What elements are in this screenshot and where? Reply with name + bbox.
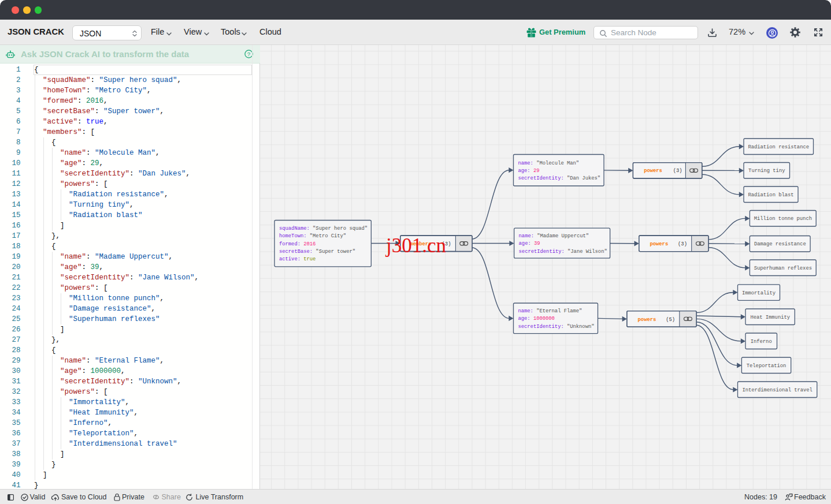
svg-text:name: "Molecule Man": name: "Molecule Man" (518, 160, 580, 166)
svg-text:powers: powers (638, 317, 656, 323)
svg-text:Teleportation: Teleportation (747, 363, 787, 369)
svg-text:Million tonne punch: Million tonne punch (754, 216, 812, 222)
svg-text:secretIdentity: "Dan Jukes": secretIdentity: "Dan Jukes" (518, 176, 601, 181)
svg-text:powers: powers (650, 241, 669, 247)
svg-text:secretBase: "Super tower": secretBase: "Super tower" (279, 249, 355, 255)
svg-text:squadName: "Super hero squad": squadName: "Super hero squad" (279, 226, 368, 232)
svg-text:powers: powers (644, 168, 662, 174)
svg-text:secretIdentity: "Jane Wilson": secretIdentity: "Jane Wilson" (519, 249, 607, 255)
svg-text:secretIdentity: "Unknown": secretIdentity: "Unknown" (518, 324, 595, 330)
svg-text:homeTown: "Metro City": homeTown: "Metro City" (279, 233, 346, 239)
svg-text:age: 39: age: 39 (519, 241, 540, 247)
svg-text:Immortality: Immortality (742, 290, 776, 296)
svg-text:Radiation resistance: Radiation resistance (748, 144, 809, 150)
svg-text:age: 29: age: 29 (518, 168, 540, 174)
svg-text:age: 1000000: age: 1000000 (518, 316, 555, 322)
svg-text:Superhuman reflexes: Superhuman reflexes (754, 266, 812, 271)
svg-text:active: true: active: true (279, 256, 316, 262)
svg-text:Radiation blast: Radiation blast (748, 192, 793, 198)
svg-text:(3): (3) (678, 241, 687, 247)
svg-text:Inferno: Inferno (751, 339, 772, 345)
svg-text:(5): (5) (666, 317, 675, 323)
svg-text:Interdimensional travel: Interdimensional travel (742, 387, 812, 393)
svg-text:(3): (3) (673, 168, 682, 174)
svg-text:name: "Madame Uppercut": name: "Madame Uppercut" (519, 233, 589, 239)
svg-text:Damage resistance: Damage resistance (754, 241, 806, 247)
svg-text:Turning tiny: Turning tiny (748, 168, 785, 174)
svg-text:Heat Immunity: Heat Immunity (750, 315, 790, 320)
svg-text:?: ? (247, 51, 250, 57)
svg-text:name: "Eternal Flame": name: "Eternal Flame" (518, 308, 583, 314)
svg-text:formed: 2016: formed: 2016 (279, 241, 316, 247)
